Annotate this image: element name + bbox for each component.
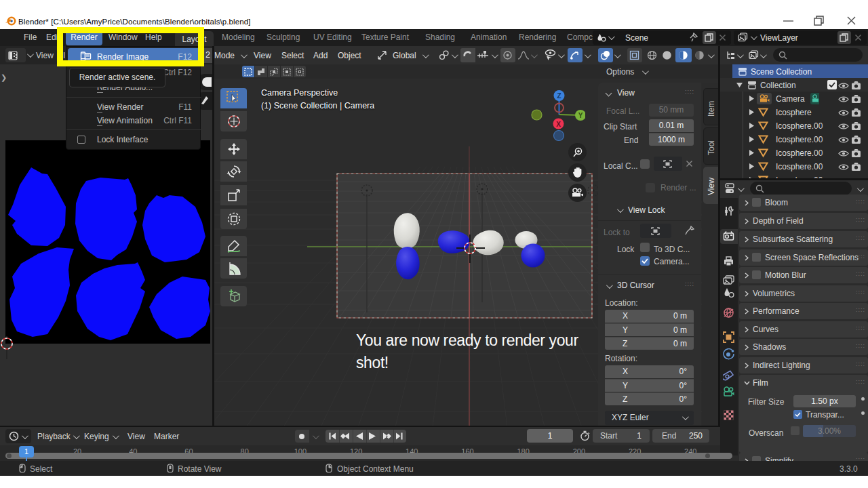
svg-text:X: X: [556, 121, 561, 128]
svg-text:Z: Z: [557, 92, 561, 100]
svg-text:Y: Y: [578, 112, 583, 119]
